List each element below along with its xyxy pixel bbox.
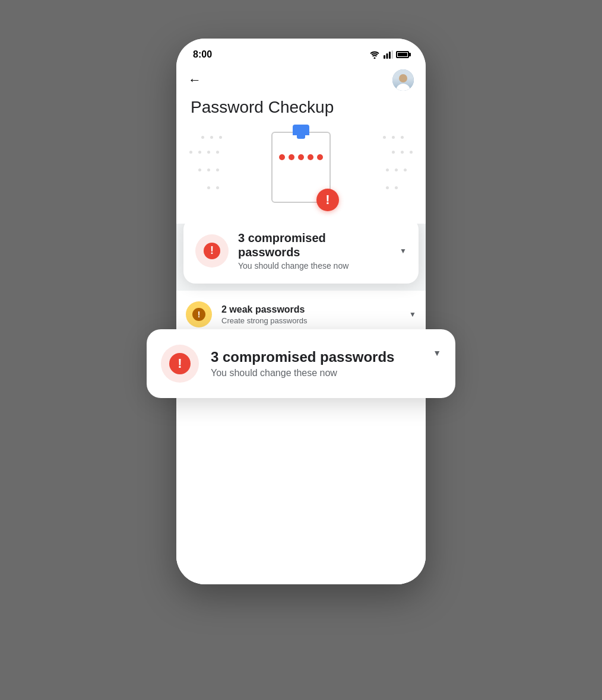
floating-exclamation-icon: ! bbox=[169, 353, 191, 374]
weak-passwords-text: 2 weak passwords Create strong passwords bbox=[221, 304, 400, 325]
battery-icon bbox=[396, 51, 409, 58]
wifi-icon bbox=[369, 50, 381, 59]
weak-passwords-subtitle: Create strong passwords bbox=[221, 316, 400, 325]
clipboard-illustration: ! bbox=[271, 132, 331, 203]
floating-chevron-icon: ▼ bbox=[433, 348, 441, 358]
pass-dot-4 bbox=[308, 154, 313, 160]
pass-dot-1 bbox=[279, 154, 285, 160]
back-button[interactable]: ← bbox=[188, 72, 201, 88]
compromised-chevron-icon: ▼ bbox=[400, 247, 407, 255]
pass-dot-5 bbox=[317, 154, 323, 160]
pass-dot-2 bbox=[289, 154, 294, 160]
dots-right-1 bbox=[382, 135, 405, 140]
alert-badge-illustration: ! bbox=[316, 189, 339, 211]
floating-title: 3 compromised passwords bbox=[211, 349, 421, 365]
svg-rect-4 bbox=[392, 50, 394, 59]
floating-icon-wrap: ! bbox=[161, 345, 199, 383]
status-icons bbox=[369, 50, 409, 59]
clipboard-clip bbox=[293, 125, 309, 135]
clipboard: ! bbox=[271, 132, 331, 203]
weak-passwords-icon: ! bbox=[192, 308, 205, 321]
scroll-content: ! 3 compromised passwords You should cha… bbox=[176, 224, 426, 584]
dots-left-3 bbox=[197, 167, 220, 173]
signal-icon bbox=[384, 50, 393, 59]
compromised-card-inline[interactable]: ! 3 compromised passwords You should cha… bbox=[183, 224, 419, 284]
dots-left-2 bbox=[188, 149, 220, 155]
weak-passwords-icon-wrap: ! bbox=[186, 301, 212, 327]
dots-right-3 bbox=[385, 167, 408, 173]
svg-rect-1 bbox=[384, 55, 385, 59]
status-time: 8:00 bbox=[193, 49, 212, 60]
avatar-image bbox=[392, 69, 414, 91]
weak-passwords-chevron-icon: ▼ bbox=[409, 310, 416, 319]
weak-passwords-title: 2 weak passwords bbox=[221, 304, 400, 315]
dots-left-1 bbox=[200, 135, 223, 140]
dots-left-4 bbox=[206, 185, 220, 190]
compromised-icon-wrap: ! bbox=[195, 234, 229, 268]
top-nav: ← bbox=[176, 65, 426, 93]
svg-point-0 bbox=[374, 58, 376, 59]
page-title: Password Checkup bbox=[176, 93, 426, 117]
scene: 8:00 bbox=[141, 39, 461, 661]
compromised-title: 3 compromised passwords bbox=[238, 231, 390, 259]
compromised-text-block: 3 compromised passwords You should chang… bbox=[238, 231, 390, 271]
compromised-exclamation-icon: ! bbox=[204, 243, 220, 259]
floating-subtitle: You should change these now bbox=[211, 368, 421, 378]
illustration-area: ! bbox=[176, 117, 426, 224]
phone-shell: 8:00 bbox=[176, 39, 426, 584]
dots-right-2 bbox=[391, 149, 414, 155]
pass-dot-3 bbox=[298, 154, 304, 160]
dots-right-4 bbox=[385, 185, 399, 190]
svg-rect-2 bbox=[386, 53, 388, 59]
floating-text-block: 3 compromised passwords You should chang… bbox=[211, 349, 421, 378]
password-dots-row bbox=[279, 154, 323, 160]
svg-rect-3 bbox=[389, 52, 391, 59]
compromised-subtitle: You should change these now bbox=[238, 261, 390, 271]
status-bar: 8:00 bbox=[176, 39, 426, 65]
floating-compromised-card[interactable]: ! 3 compromised passwords You should cha… bbox=[147, 329, 455, 398]
avatar[interactable] bbox=[392, 69, 414, 91]
